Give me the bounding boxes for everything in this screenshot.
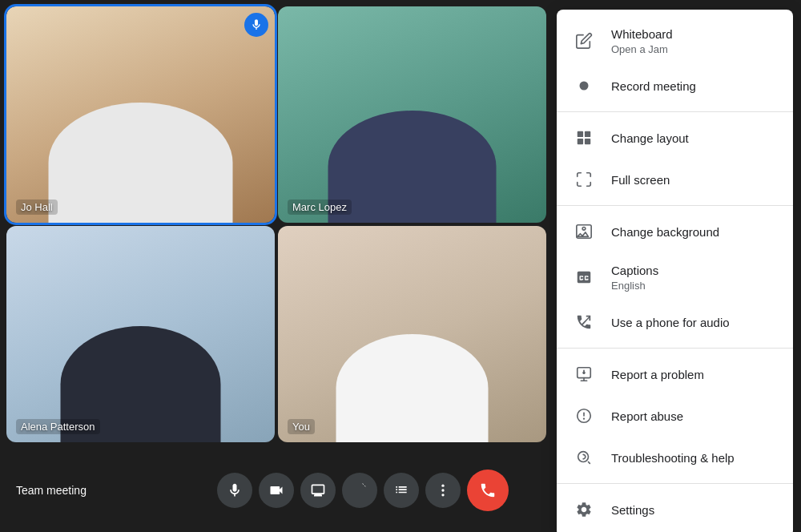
meeting-title: Team meeting	[16, 484, 190, 497]
video-tile-2: Marc Lopez	[278, 6, 546, 223]
divider-4	[557, 483, 793, 484]
menu-item-whiteboard[interactable]: Whiteboard Open a Jam	[557, 16, 793, 65]
menu-item-layout[interactable]: Change layout	[557, 117, 793, 159]
participant-name-1: Jo Hall	[16, 200, 58, 215]
menu-item-captions[interactable]: Captions English	[557, 252, 793, 301]
whiteboard-text: Whiteboard Open a Jam	[611, 26, 777, 55]
svg-point-0	[442, 485, 445, 487]
report-problem-text: Report a problem	[611, 366, 777, 383]
participant-name-4: You	[288, 419, 315, 434]
divider-3	[557, 348, 793, 349]
video-tile-3: Alena Patterson	[6, 226, 275, 442]
menu-item-phone-audio[interactable]: Use a phone for audio	[557, 301, 793, 343]
layout-button[interactable]	[384, 473, 419, 508]
video-tile-4: You	[278, 226, 546, 442]
layout-icon	[393, 482, 409, 498]
settings-text: Settings	[611, 502, 777, 518]
svg-point-3	[580, 82, 589, 91]
whiteboard-label: Whiteboard	[611, 26, 777, 42]
captions-icon	[573, 266, 595, 288]
report-abuse-icon	[573, 405, 595, 427]
layout-menu-icon	[573, 127, 595, 149]
background-icon	[573, 220, 595, 243]
layout-text: Change layout	[611, 130, 777, 147]
menu-item-settings[interactable]: Settings	[557, 489, 793, 530]
participant-name-3: Alena Patterson	[16, 419, 100, 434]
pencil-icon	[573, 30, 595, 52]
report-problem-icon	[573, 363, 595, 385]
background-text: Change background	[611, 224, 777, 240]
mic-button[interactable]	[217, 473, 252, 508]
svg-rect-6	[578, 139, 583, 144]
video-grid: Jo Hall Marc Lopez Alena Patterson You	[0, 0, 553, 449]
background-label: Change background	[611, 224, 777, 240]
svg-point-2	[442, 494, 445, 496]
report-problem-label: Report a problem	[611, 366, 777, 383]
mic-icon	[250, 18, 263, 31]
menu-item-background[interactable]: Change background	[557, 211, 793, 252]
record-text: Record meeting	[611, 78, 777, 95]
present-icon	[310, 482, 326, 498]
fullscreen-label: Full screen	[611, 171, 777, 188]
record-label: Record meeting	[611, 78, 777, 95]
svg-point-8	[582, 228, 586, 231]
divider-2	[557, 205, 793, 206]
divider-1	[557, 111, 793, 112]
controls-bar: Team meeting	[0, 449, 553, 532]
phone-audio-label: Use a phone for audio	[611, 314, 777, 331]
phone-audio-icon	[573, 311, 595, 333]
participant-name-2: Marc Lopez	[288, 200, 352, 215]
video-tile-1: Jo Hall	[6, 6, 275, 223]
whiteboard-sublabel: Open a Jam	[611, 43, 777, 55]
controls-container	[190, 470, 537, 511]
captions-sublabel: English	[611, 280, 777, 292]
svg-rect-4	[578, 131, 583, 137]
mic-icon	[227, 482, 243, 498]
phone-audio-text: Use a phone for audio	[611, 314, 777, 331]
report-abuse-label: Report abuse	[611, 408, 777, 425]
raise-hand-button[interactable]	[342, 473, 377, 508]
more-options-button[interactable]	[425, 473, 461, 508]
record-icon	[573, 75, 595, 97]
troubleshoot-text: Troubleshooting & help	[611, 449, 777, 466]
dropdown-menu: Whiteboard Open a Jam Record meeting Cha…	[557, 10, 793, 532]
fullscreen-icon	[573, 168, 595, 191]
settings-icon	[573, 498, 595, 521]
fullscreen-text: Full screen	[611, 171, 777, 188]
end-call-button[interactable]	[467, 470, 509, 511]
menu-item-report-problem[interactable]: Report a problem	[557, 353, 793, 395]
menu-item-record[interactable]: Record meeting	[557, 65, 793, 107]
svg-rect-7	[585, 139, 590, 144]
menu-item-report-abuse[interactable]: Report abuse	[557, 395, 793, 437]
report-abuse-text: Report abuse	[611, 408, 777, 425]
captions-text: Captions English	[611, 262, 777, 292]
raise-hand-icon	[352, 482, 368, 498]
layout-label: Change layout	[611, 130, 777, 147]
menu-item-fullscreen[interactable]: Full screen	[557, 159, 793, 200]
troubleshoot-icon	[573, 446, 595, 469]
end-call-icon	[479, 482, 497, 499]
captions-label: Captions	[611, 262, 777, 279]
more-icon	[435, 482, 451, 498]
troubleshoot-label: Troubleshooting & help	[611, 449, 777, 466]
svg-point-1	[442, 489, 445, 491]
camera-button[interactable]	[259, 473, 294, 508]
settings-label: Settings	[611, 502, 777, 518]
active-speaker-indicator	[244, 13, 268, 37]
menu-item-troubleshoot[interactable]: Troubleshooting & help	[557, 437, 793, 478]
present-button[interactable]	[300, 473, 336, 508]
camera-icon	[268, 482, 284, 498]
svg-point-15	[578, 452, 589, 462]
svg-rect-5	[585, 131, 590, 137]
